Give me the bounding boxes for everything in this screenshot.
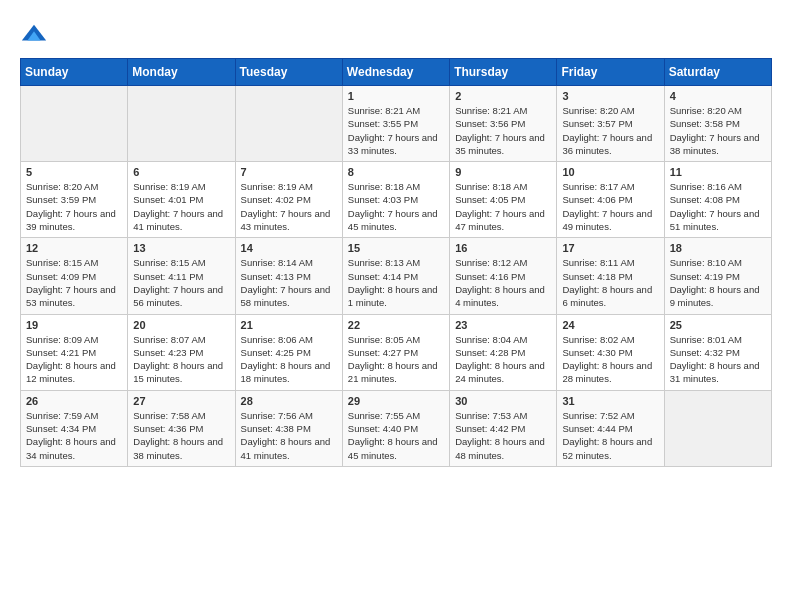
day-number: 14 <box>241 242 337 254</box>
day-info: Sunrise: 8:21 AM Sunset: 3:55 PM Dayligh… <box>348 104 444 157</box>
calendar-cell: 24Sunrise: 8:02 AM Sunset: 4:30 PM Dayli… <box>557 314 664 390</box>
day-info: Sunrise: 8:09 AM Sunset: 4:21 PM Dayligh… <box>26 333 122 386</box>
day-number: 7 <box>241 166 337 178</box>
calendar-cell: 15Sunrise: 8:13 AM Sunset: 4:14 PM Dayli… <box>342 238 449 314</box>
calendar-cell: 29Sunrise: 7:55 AM Sunset: 4:40 PM Dayli… <box>342 390 449 466</box>
day-info: Sunrise: 8:02 AM Sunset: 4:30 PM Dayligh… <box>562 333 658 386</box>
day-header-tuesday: Tuesday <box>235 59 342 86</box>
calendar-cell: 10Sunrise: 8:17 AM Sunset: 4:06 PM Dayli… <box>557 162 664 238</box>
calendar-cell: 25Sunrise: 8:01 AM Sunset: 4:32 PM Dayli… <box>664 314 771 390</box>
day-number: 18 <box>670 242 766 254</box>
day-number: 25 <box>670 319 766 331</box>
day-number: 26 <box>26 395 122 407</box>
day-info: Sunrise: 7:56 AM Sunset: 4:38 PM Dayligh… <box>241 409 337 462</box>
day-header-friday: Friday <box>557 59 664 86</box>
calendar-cell: 17Sunrise: 8:11 AM Sunset: 4:18 PM Dayli… <box>557 238 664 314</box>
calendar-cell: 11Sunrise: 8:16 AM Sunset: 4:08 PM Dayli… <box>664 162 771 238</box>
day-info: Sunrise: 7:52 AM Sunset: 4:44 PM Dayligh… <box>562 409 658 462</box>
days-header-row: SundayMondayTuesdayWednesdayThursdayFrid… <box>21 59 772 86</box>
calendar-cell: 16Sunrise: 8:12 AM Sunset: 4:16 PM Dayli… <box>450 238 557 314</box>
calendar-cell: 18Sunrise: 8:10 AM Sunset: 4:19 PM Dayli… <box>664 238 771 314</box>
day-number: 4 <box>670 90 766 102</box>
calendar-cell: 19Sunrise: 8:09 AM Sunset: 4:21 PM Dayli… <box>21 314 128 390</box>
day-number: 29 <box>348 395 444 407</box>
day-number: 31 <box>562 395 658 407</box>
day-info: Sunrise: 8:13 AM Sunset: 4:14 PM Dayligh… <box>348 256 444 309</box>
week-row-4: 19Sunrise: 8:09 AM Sunset: 4:21 PM Dayli… <box>21 314 772 390</box>
calendar-cell: 5Sunrise: 8:20 AM Sunset: 3:59 PM Daylig… <box>21 162 128 238</box>
day-number: 12 <box>26 242 122 254</box>
calendar-cell: 23Sunrise: 8:04 AM Sunset: 4:28 PM Dayli… <box>450 314 557 390</box>
day-number: 10 <box>562 166 658 178</box>
calendar-cell: 22Sunrise: 8:05 AM Sunset: 4:27 PM Dayli… <box>342 314 449 390</box>
day-number: 30 <box>455 395 551 407</box>
day-number: 9 <box>455 166 551 178</box>
calendar-cell: 7Sunrise: 8:19 AM Sunset: 4:02 PM Daylig… <box>235 162 342 238</box>
day-info: Sunrise: 8:18 AM Sunset: 4:03 PM Dayligh… <box>348 180 444 233</box>
day-info: Sunrise: 8:01 AM Sunset: 4:32 PM Dayligh… <box>670 333 766 386</box>
calendar-cell: 20Sunrise: 8:07 AM Sunset: 4:23 PM Dayli… <box>128 314 235 390</box>
calendar-cell: 8Sunrise: 8:18 AM Sunset: 4:03 PM Daylig… <box>342 162 449 238</box>
day-header-sunday: Sunday <box>21 59 128 86</box>
day-number: 21 <box>241 319 337 331</box>
day-info: Sunrise: 8:15 AM Sunset: 4:11 PM Dayligh… <box>133 256 229 309</box>
day-number: 5 <box>26 166 122 178</box>
calendar-cell: 4Sunrise: 8:20 AM Sunset: 3:58 PM Daylig… <box>664 86 771 162</box>
calendar-cell: 21Sunrise: 8:06 AM Sunset: 4:25 PM Dayli… <box>235 314 342 390</box>
calendar-cell: 30Sunrise: 7:53 AM Sunset: 4:42 PM Dayli… <box>450 390 557 466</box>
day-number: 8 <box>348 166 444 178</box>
week-row-2: 5Sunrise: 8:20 AM Sunset: 3:59 PM Daylig… <box>21 162 772 238</box>
day-info: Sunrise: 8:19 AM Sunset: 4:02 PM Dayligh… <box>241 180 337 233</box>
week-row-3: 12Sunrise: 8:15 AM Sunset: 4:09 PM Dayli… <box>21 238 772 314</box>
calendar-cell: 27Sunrise: 7:58 AM Sunset: 4:36 PM Dayli… <box>128 390 235 466</box>
day-number: 1 <box>348 90 444 102</box>
day-info: Sunrise: 7:55 AM Sunset: 4:40 PM Dayligh… <box>348 409 444 462</box>
day-number: 2 <box>455 90 551 102</box>
calendar-cell <box>664 390 771 466</box>
day-info: Sunrise: 8:15 AM Sunset: 4:09 PM Dayligh… <box>26 256 122 309</box>
day-number: 15 <box>348 242 444 254</box>
day-info: Sunrise: 8:11 AM Sunset: 4:18 PM Dayligh… <box>562 256 658 309</box>
day-number: 11 <box>670 166 766 178</box>
calendar-cell: 14Sunrise: 8:14 AM Sunset: 4:13 PM Dayli… <box>235 238 342 314</box>
logo-icon <box>20 20 48 48</box>
logo <box>20 20 52 48</box>
day-info: Sunrise: 8:20 AM Sunset: 3:58 PM Dayligh… <box>670 104 766 157</box>
day-header-saturday: Saturday <box>664 59 771 86</box>
day-number: 16 <box>455 242 551 254</box>
day-info: Sunrise: 8:12 AM Sunset: 4:16 PM Dayligh… <box>455 256 551 309</box>
day-number: 28 <box>241 395 337 407</box>
day-info: Sunrise: 8:14 AM Sunset: 4:13 PM Dayligh… <box>241 256 337 309</box>
day-header-wednesday: Wednesday <box>342 59 449 86</box>
day-number: 20 <box>133 319 229 331</box>
day-info: Sunrise: 8:20 AM Sunset: 3:57 PM Dayligh… <box>562 104 658 157</box>
calendar-cell: 9Sunrise: 8:18 AM Sunset: 4:05 PM Daylig… <box>450 162 557 238</box>
day-info: Sunrise: 8:17 AM Sunset: 4:06 PM Dayligh… <box>562 180 658 233</box>
page-header <box>20 20 772 48</box>
calendar-cell: 2Sunrise: 8:21 AM Sunset: 3:56 PM Daylig… <box>450 86 557 162</box>
day-header-monday: Monday <box>128 59 235 86</box>
calendar-cell: 28Sunrise: 7:56 AM Sunset: 4:38 PM Dayli… <box>235 390 342 466</box>
day-number: 27 <box>133 395 229 407</box>
calendar-cell: 26Sunrise: 7:59 AM Sunset: 4:34 PM Dayli… <box>21 390 128 466</box>
day-info: Sunrise: 8:05 AM Sunset: 4:27 PM Dayligh… <box>348 333 444 386</box>
day-info: Sunrise: 8:18 AM Sunset: 4:05 PM Dayligh… <box>455 180 551 233</box>
day-info: Sunrise: 8:04 AM Sunset: 4:28 PM Dayligh… <box>455 333 551 386</box>
calendar-cell <box>21 86 128 162</box>
calendar-cell: 6Sunrise: 8:19 AM Sunset: 4:01 PM Daylig… <box>128 162 235 238</box>
calendar-cell <box>235 86 342 162</box>
day-info: Sunrise: 8:10 AM Sunset: 4:19 PM Dayligh… <box>670 256 766 309</box>
calendar-cell: 31Sunrise: 7:52 AM Sunset: 4:44 PM Dayli… <box>557 390 664 466</box>
week-row-1: 1Sunrise: 8:21 AM Sunset: 3:55 PM Daylig… <box>21 86 772 162</box>
day-number: 3 <box>562 90 658 102</box>
calendar-cell: 3Sunrise: 8:20 AM Sunset: 3:57 PM Daylig… <box>557 86 664 162</box>
day-number: 6 <box>133 166 229 178</box>
calendar-table: SundayMondayTuesdayWednesdayThursdayFrid… <box>20 58 772 467</box>
day-info: Sunrise: 8:07 AM Sunset: 4:23 PM Dayligh… <box>133 333 229 386</box>
calendar-cell <box>128 86 235 162</box>
day-info: Sunrise: 7:59 AM Sunset: 4:34 PM Dayligh… <box>26 409 122 462</box>
day-info: Sunrise: 8:06 AM Sunset: 4:25 PM Dayligh… <box>241 333 337 386</box>
week-row-5: 26Sunrise: 7:59 AM Sunset: 4:34 PM Dayli… <box>21 390 772 466</box>
day-number: 13 <box>133 242 229 254</box>
calendar-cell: 13Sunrise: 8:15 AM Sunset: 4:11 PM Dayli… <box>128 238 235 314</box>
